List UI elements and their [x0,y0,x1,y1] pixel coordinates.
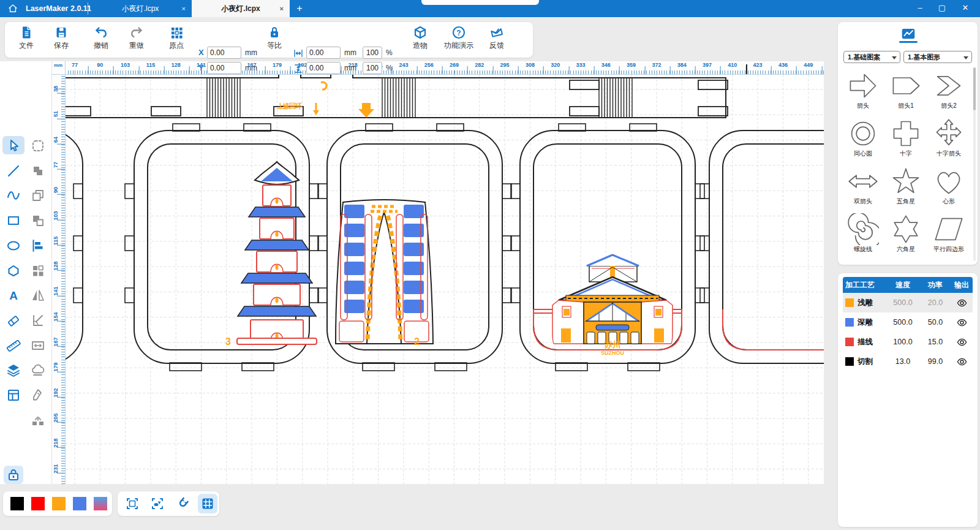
measure-tool[interactable] [31,313,45,328]
y-position-input[interactable] [207,62,241,74]
shape-item-parallelogram[interactable]: 平行四边形 [927,211,970,259]
arrow2-icon [933,70,965,102]
process-speed[interactable]: 500.0 [886,318,920,327]
shape-item-circles[interactable]: 同心圆 [842,115,884,163]
shape-item-star5[interactable]: 五角星 [884,163,927,211]
toolbar-help-button[interactable]: ?功能演示 [442,25,476,51]
layers-tool[interactable] [6,363,21,377]
fit-view-button[interactable] [150,496,165,511]
magnet-button[interactable] [175,496,190,511]
home-icon[interactable] [7,3,18,14]
x-position-input[interactable] [207,47,241,59]
width-input[interactable] [306,47,341,59]
marquee-tool[interactable] [31,138,45,153]
color-swatch[interactable] [52,497,66,510]
eraser-tool[interactable] [6,313,21,328]
process-power[interactable]: 15.0 [920,338,951,346]
process-row-描线[interactable]: 描线100.015.0 [843,332,973,352]
simplify-tool[interactable] [31,363,45,377]
color-swatch[interactable] [73,497,86,510]
lock-canvas-tool[interactable] [6,468,21,482]
frame-select-button[interactable] [125,496,140,511]
suzhou-building-design[interactable]: 苏州 SUZHOU [552,255,673,356]
maximize-button[interactable]: ▢ [931,0,953,17]
process-color-swatch[interactable] [845,357,854,366]
shape-item-doubleArrow[interactable]: 双箭头 [842,163,884,211]
copy-tool[interactable] [31,188,45,203]
color-swatch[interactable] [31,497,45,510]
tab-close-icon[interactable]: × [182,5,186,12]
arrange-tool[interactable] [31,263,45,278]
toolbar-cube-button[interactable]: 造物 [403,25,437,51]
shape-item-arrow1[interactable]: 箭头1 [884,67,927,115]
gallery-icon[interactable] [900,26,916,39]
shape-item-partial[interactable] [884,259,927,265]
shape-item-partial[interactable] [842,259,884,265]
process-power[interactable]: 99.0 [920,357,951,366]
new-tab-button[interactable]: + [293,2,306,15]
polygon-tool[interactable] [6,263,21,278]
subtract-tool[interactable] [31,213,45,228]
width-percent[interactable]: 100 [363,47,382,59]
ruler-tool[interactable] [6,338,21,353]
minimize-button[interactable]: – [909,0,931,17]
process-row-切割[interactable]: 切割13.099.0 [843,352,973,371]
process-row-浅雕[interactable]: 浅雕500.020.0 [843,293,973,312]
process-color-swatch[interactable] [845,318,854,327]
shape-item-arrow[interactable]: 箭头 [842,67,884,115]
ellipse-tool[interactable] [6,238,21,253]
toolbar-feedback-button[interactable]: 反馈 [480,25,514,51]
subcategory-dropdown[interactable]: 1.基本图形 [903,51,972,63]
rectangle-tool[interactable] [6,213,21,228]
document-tab-active[interactable]: 小夜灯.lcpx × [192,0,290,17]
table-tool[interactable] [6,388,21,403]
process-color-swatch[interactable] [845,338,854,346]
shape-item-star6[interactable]: 六角星 [884,211,927,259]
color-swatch[interactable] [94,497,107,510]
process-row-深雕[interactable]: 深雕500.050.0 [843,312,973,332]
close-button[interactable]: ✕ [954,0,976,17]
process-speed[interactable]: 13.0 [886,357,920,366]
process-power[interactable]: 20.0 [920,298,951,307]
break-apart-tool[interactable] [31,413,45,428]
scrollbar-thumb[interactable] [973,67,976,110]
toolbar-file-button[interactable]: 文件 [9,25,43,51]
text-tool[interactable]: A [6,288,21,303]
height-input[interactable] [306,62,341,74]
eye-icon[interactable] [956,336,968,348]
process-power[interactable]: 50.0 [920,318,951,327]
mirror-tool[interactable] [31,288,45,303]
height-percent[interactable]: 100 [363,62,382,74]
process-speed[interactable]: 100.0 [886,338,920,346]
color-swatch[interactable] [10,497,24,510]
process-speed[interactable]: 500.0 [886,298,920,307]
shape-item-cross[interactable]: 十字 [884,115,927,163]
eye-icon[interactable] [956,317,968,328]
line-tool[interactable] [6,164,21,178]
weld-tool[interactable] [31,164,45,178]
pen-tool[interactable] [31,388,45,403]
shape-item-spiral[interactable]: 螺旋线 [842,211,884,259]
align-tool[interactable] [31,238,45,253]
process-color-swatch[interactable] [845,298,854,307]
hinge-band-piece[interactable] [66,75,728,118]
shape-item-crossArrows[interactable]: 十字箭头 [927,115,970,163]
select-tool[interactable] [6,138,21,153]
toolbar-undo-button[interactable]: 撤销 [84,25,118,51]
gate-design[interactable] [336,200,433,344]
eye-icon[interactable] [956,356,968,368]
toolbar-lock-ratio-button[interactable]: 等比 [257,25,292,51]
canvas[interactable]: 7790103115128141154167179192205218231243… [52,61,824,484]
toolbar-save-button[interactable]: 保存 [44,25,78,51]
category-dropdown[interactable]: 1.基础图案 [843,51,900,63]
shape-item-heart[interactable]: 心形 [927,163,970,211]
dimension-tool[interactable] [31,338,45,353]
eye-icon[interactable] [956,297,968,309]
curve-tool[interactable] [6,188,21,203]
document-tab[interactable]: 小夜灯.lcpx × [89,0,192,17]
shape-item-arrow2[interactable]: 箭头2 [927,67,970,115]
toolbar-origin-button[interactable]: 原点 [159,25,194,51]
grid-button[interactable] [200,496,215,511]
tab-close-icon[interactable]: × [280,5,284,12]
toolbar-redo-button[interactable]: 重做 [119,25,154,51]
